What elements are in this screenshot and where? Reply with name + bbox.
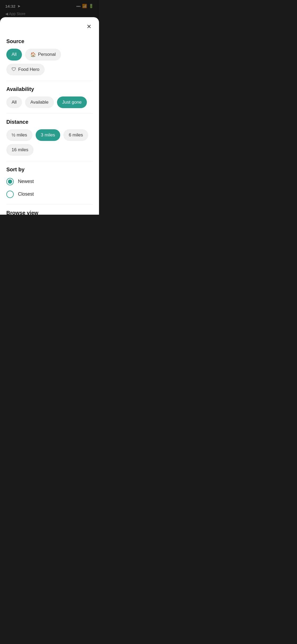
availability-justgone-button[interactable]: Just gone: [57, 96, 87, 108]
distance-title: Distance: [6, 119, 93, 125]
source-foodhero-button[interactable]: 🛡 Food Hero: [6, 64, 45, 75]
availability-pills: All Available Just gone: [6, 96, 93, 108]
distance-6-button[interactable]: 6 miles: [63, 129, 88, 141]
divider-3: [6, 161, 93, 161]
availability-title: Availability: [6, 86, 93, 92]
source-personal-button[interactable]: 🏠 Personal: [25, 49, 61, 61]
distance-section: Distance ½ miles 3 miles 6 miles 16 mile…: [0, 115, 99, 160]
divider-2: [6, 113, 93, 114]
source-section: Source All 🏠 Personal 🛡 Food Hero: [0, 34, 99, 80]
close-button[interactable]: ✕: [84, 22, 94, 31]
distance-16-button[interactable]: 16 miles: [6, 144, 34, 156]
sort-closest-radio[interactable]: [6, 191, 14, 198]
sort-closest-item[interactable]: Closest: [6, 191, 93, 198]
sortby-section: Sort by Newest Closest: [0, 162, 99, 203]
sort-newest-radio[interactable]: [6, 178, 14, 185]
browse-view-title: Browse view: [6, 210, 93, 215]
availability-section: Availability All Available Just gone: [0, 82, 99, 112]
sortby-title: Sort by: [6, 167, 93, 173]
home-icon: 🏠: [30, 52, 36, 57]
filter-modal: ✕ Source All 🏠 Personal 🛡 Food Hero Avai…: [0, 17, 99, 215]
sort-newest-label: Newest: [18, 179, 34, 184]
distance-3-button[interactable]: 3 miles: [36, 129, 60, 141]
availability-all-button[interactable]: All: [6, 96, 22, 108]
sort-newest-item[interactable]: Newest: [6, 178, 93, 185]
browse-view-section: Browse view: [0, 206, 99, 215]
sort-radio-group: Newest Closest: [6, 177, 93, 199]
divider-1: [6, 81, 93, 81]
shield-icon: 🛡: [12, 67, 16, 72]
divider-4: [6, 204, 93, 205]
source-title: Source: [6, 38, 93, 44]
distance-pills: ½ miles 3 miles 6 miles 16 miles: [6, 129, 93, 156]
availability-available-button[interactable]: Available: [25, 96, 54, 108]
distance-half-button[interactable]: ½ miles: [6, 129, 32, 141]
source-pills: All 🏠 Personal 🛡 Food Hero: [6, 49, 93, 75]
modal-header: ✕: [0, 17, 99, 34]
sort-closest-label: Closest: [18, 191, 34, 197]
source-all-button[interactable]: All: [6, 49, 22, 61]
